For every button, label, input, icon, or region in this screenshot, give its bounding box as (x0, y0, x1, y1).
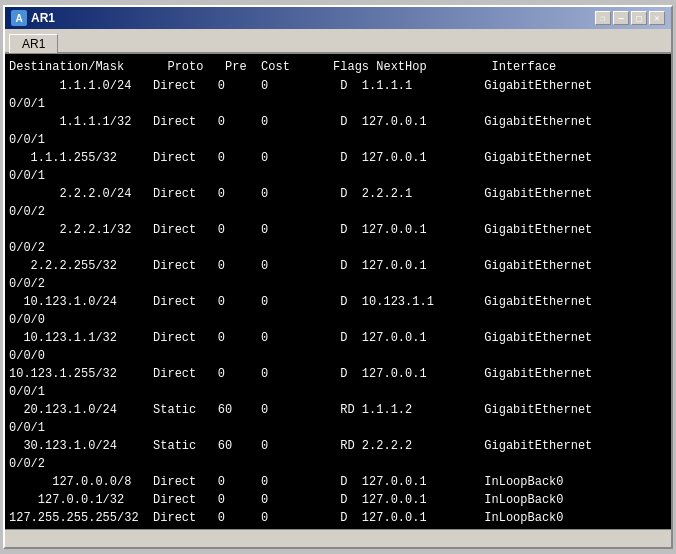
table-row-continued: 0/0/1 (9, 419, 667, 437)
table-row-continued: 0/0/2 (9, 275, 667, 293)
tab-ar1[interactable]: AR1 (9, 34, 58, 53)
maximize-button[interactable]: □ (631, 11, 647, 25)
table-row: 1.1.1.0/24 Direct 0 0 D 1.1.1.1 GigabitE… (9, 77, 667, 95)
table-row: 127.0.0.0/8 Direct 0 0 D 127.0.0.1 InLoo… (9, 473, 667, 491)
table-row: 20.123.1.0/24 Static 60 0 RD 1.1.1.2 Gig… (9, 401, 667, 419)
table-row-continued: 0/0/0 (9, 311, 667, 329)
table-row: 10.123.1.0/24 Direct 0 0 D 10.123.1.1 Gi… (9, 293, 667, 311)
column-headers: Destination/Mask Proto Pre Cost Flags Ne… (9, 58, 667, 77)
table-row-continued: 0/0/1 (9, 167, 667, 185)
table-row-continued: 0/0/2 (9, 239, 667, 257)
title-bar-left: A AR1 (11, 10, 55, 26)
table-row-continued: 0/0/2 (9, 203, 667, 221)
tab-bar: AR1 (5, 29, 671, 54)
restore-button[interactable]: ❐ (595, 11, 611, 25)
table-row-continued: 0/0/1 (9, 131, 667, 149)
window-title: AR1 (31, 11, 55, 25)
table-row: 10.123.1.1/32 Direct 0 0 D 127.0.0.1 Gig… (9, 329, 667, 347)
bottom-bar (5, 529, 671, 547)
table-row: 2.2.2.1/32 Direct 0 0 D 127.0.0.1 Gigabi… (9, 221, 667, 239)
table-row: 10.123.1.255/32 Direct 0 0 D 127.0.0.1 G… (9, 365, 667, 383)
app-icon: A (11, 10, 27, 26)
minimize-button[interactable]: — (613, 11, 629, 25)
table-row-continued: 0/0/1 (9, 383, 667, 401)
routes-table: 1.1.1.0/24 Direct 0 0 D 1.1.1.1 GigabitE… (9, 77, 667, 529)
close-button[interactable]: ✕ (649, 11, 665, 25)
table-row-continued: 0/0/2 (9, 455, 667, 473)
main-window: A AR1 ❐ — □ ✕ AR1 Destination/Mask Proto… (3, 5, 673, 549)
table-row: 1.1.1.1/32 Direct 0 0 D 127.0.0.1 Gigabi… (9, 113, 667, 131)
table-row-continued: 0/0/0 (9, 347, 667, 365)
table-row: 30.123.1.0/24 Static 60 0 RD 2.2.2.2 Gig… (9, 437, 667, 455)
title-bar: A AR1 ❐ — □ ✕ (5, 7, 671, 29)
table-row: 1.1.1.255/32 Direct 0 0 D 127.0.0.1 Giga… (9, 149, 667, 167)
table-row: 2.2.2.0/24 Direct 0 0 D 2.2.2.1 GigabitE… (9, 185, 667, 203)
table-row: 127.255.255.255/32 Direct 0 0 D 127.0.0.… (9, 509, 667, 527)
title-bar-buttons: ❐ — □ ✕ (595, 11, 665, 25)
table-row: 255.255.255.255/32 Direct 0 0 D 127.0.0.… (9, 527, 667, 529)
terminal-content[interactable]: Destination/Mask Proto Pre Cost Flags Ne… (5, 54, 671, 529)
table-row: 127.0.0.1/32 Direct 0 0 D 127.0.0.1 InLo… (9, 491, 667, 509)
table-row-continued: 0/0/1 (9, 95, 667, 113)
table-row: 2.2.2.255/32 Direct 0 0 D 127.0.0.1 Giga… (9, 257, 667, 275)
